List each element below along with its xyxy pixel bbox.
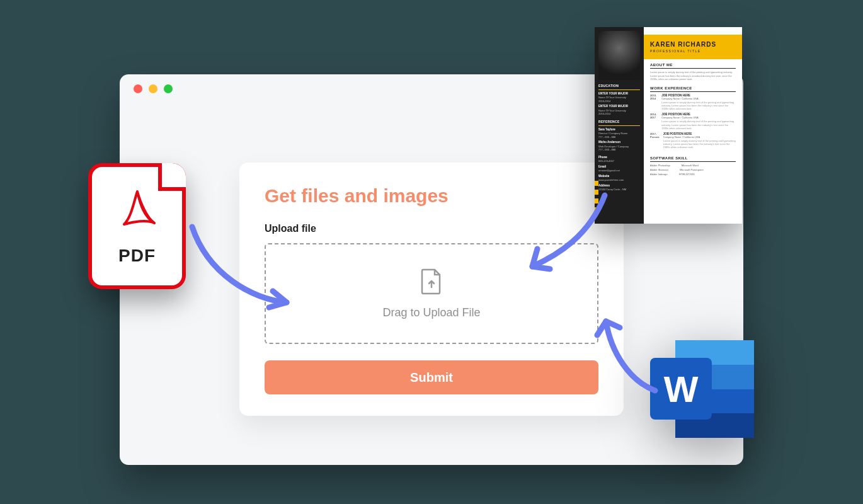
traffic-light-close-icon[interactable]: [134, 84, 142, 93]
arrow-from-pdf-icon: [183, 217, 302, 318]
resume-title: PROFESSIONAL TITLE: [650, 49, 736, 53]
word-letter: W: [664, 368, 699, 410]
resume-main: KAREN RICHARDS PROFESSIONAL TITLE ABOUT …: [644, 27, 742, 224]
resume-contact-email: Email urname@gmail.net: [598, 165, 640, 173]
resume-education-heading: EDUCATION: [598, 84, 640, 90]
resume-work-heading: WORK EXPERIENCE: [650, 86, 736, 92]
resume-contact-phone: Phone 000-123-4567: [598, 156, 640, 163]
resume-skills-heading: SOFTWARE SKILL: [650, 156, 736, 162]
resume-skill-row: Adobe IllustratorMicrosoft Powerpoint: [650, 168, 736, 171]
arrow-from-word-icon: [592, 309, 668, 400]
resume-contact-website: Website www.yoursitehere.com: [598, 175, 640, 182]
resume-name-banner: KAREN RICHARDS PROFESSIONAL TITLE: [644, 35, 742, 59]
resume-photo: [598, 31, 640, 80]
resume-work-item: 2010-2014 JOB POSITION HERE Company Name…: [650, 94, 736, 111]
adobe-pdf-icon: [115, 186, 159, 239]
resume-education-item: ENTER YOUR MAJOR Name Of Your University…: [598, 92, 640, 103]
resume-reference-item: Sara Taylore Director / Company Name 777…: [598, 128, 640, 139]
resume-reference-item: Micho Anderson Web Developer / Company 7…: [598, 140, 640, 151]
resume-reference-heading: REFERENCE: [598, 120, 640, 126]
resume-document-tile[interactable]: EDUCATION ENTER YOUR MAJOR Name Of Your …: [595, 27, 742, 224]
pdf-label: PDF: [118, 246, 156, 266]
submit-button[interactable]: Submit: [265, 360, 598, 394]
resume-skill-row: Adobe IndesignHTML5/CSS3: [650, 173, 736, 176]
resume-education-item: ENTER YOUR MAJOR Name Of Your University…: [598, 105, 640, 115]
resume-about-text: Lorem ipsum is simply dummy text of the …: [650, 71, 736, 81]
pdf-file-tile[interactable]: PDF: [88, 163, 186, 289]
resume-skill-row: Adobe PhotoshopMicrosoft Word: [650, 164, 736, 167]
resume-work-item: 2014-2017 JOB POSITION HERE Company Name…: [650, 113, 736, 130]
traffic-light-zoom-icon[interactable]: [164, 84, 173, 93]
resume-about-heading: ABOUT ME: [650, 63, 736, 69]
file-upload-icon: [421, 268, 442, 297]
resume-work-item: 2017-Present JOB POSITION HERE Company N…: [650, 132, 736, 149]
arrow-from-resume-icon: [513, 186, 614, 280]
resume-name: KAREN RICHARDS: [650, 41, 736, 48]
traffic-light-minimize-icon[interactable]: [149, 84, 157, 93]
dropzone-text: Drag to Upload File: [382, 306, 480, 319]
